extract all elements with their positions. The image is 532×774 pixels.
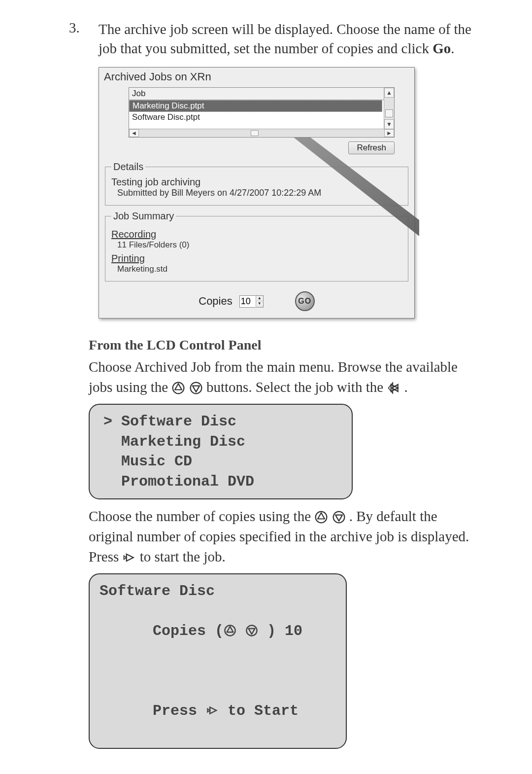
- recording-heading: Recording: [111, 229, 403, 240]
- spin-up-icon[interactable]: ▲: [256, 296, 263, 301]
- details-legend: Details: [111, 161, 145, 173]
- recording-line: 11 Files/Folders (0): [111, 240, 403, 250]
- lcd2-line-4: Press to Start: [100, 681, 336, 741]
- scroll-right-icon[interactable]: ►: [384, 129, 394, 137]
- lcd-subheading: From the LCD Control Panel: [89, 337, 473, 353]
- copies-label: Copies: [199, 295, 232, 308]
- scroll-down-icon[interactable]: ▼: [384, 119, 394, 129]
- lcd1-line-1: Marketing Disc: [103, 432, 340, 452]
- copies-row: Copies ▲ ▼ GO: [99, 286, 414, 318]
- up-arrow-icon: [171, 381, 185, 395]
- lcd2-line4-b: to Start: [219, 703, 299, 719]
- lcd1-line-3: Promotional DVD: [103, 472, 340, 492]
- scroll-up-icon[interactable]: ▲: [384, 88, 394, 98]
- scroll-left-icon[interactable]: ◄: [129, 129, 139, 137]
- lcd1-line-0: > Software Disc: [103, 412, 340, 432]
- svg-marker-2: [175, 384, 182, 389]
- svg-marker-15: [227, 627, 233, 632]
- lcd-display-1: > Software Disc Marketing Disc Music CD …: [89, 404, 353, 499]
- para1-c: .: [404, 379, 408, 395]
- down-arrow-icon: [189, 381, 203, 395]
- spin-down-icon[interactable]: ▼: [256, 301, 263, 307]
- svg-marker-4: [193, 386, 200, 392]
- summary-legend: Job Summary: [111, 211, 176, 222]
- lcd2-line-3: [100, 661, 336, 681]
- job-row[interactable]: Software Disc.ptpt: [129, 112, 394, 123]
- copies-input[interactable]: [240, 296, 256, 307]
- archived-jobs-window: Archived Jobs on XRn Job Marketing Disc.…: [99, 67, 415, 318]
- spinner-buttons[interactable]: ▲ ▼: [256, 296, 263, 307]
- lcd-paragraph-1: Choose Archived Job from the main menu. …: [89, 357, 473, 397]
- svg-marker-9: [318, 513, 325, 519]
- job-summary-group: Job Summary Recording 11 Files/Folders (…: [105, 211, 408, 281]
- printing-line: Marketing.std: [111, 264, 403, 274]
- job-row-selected[interactable]: Marketing Disc.ptpt: [129, 100, 382, 112]
- svg-marker-17: [249, 629, 255, 634]
- svg-marker-18: [210, 707, 216, 714]
- lcd2-line2-a: Copies (: [153, 623, 224, 639]
- lcd1-line-2: Music CD: [103, 452, 340, 472]
- right-arrow-icon: [122, 551, 136, 564]
- vertical-scrollbar[interactable]: ▲ ▼: [384, 88, 394, 129]
- para2-c: to start the job.: [140, 549, 226, 564]
- step-text-before: The archive job screen will be displayed…: [99, 21, 471, 56]
- printing-heading: Printing: [111, 253, 403, 264]
- step-text-bold: Go: [432, 40, 451, 56]
- hscroll-thumb[interactable]: [251, 130, 259, 136]
- lcd2-line-1: Software Disc: [100, 581, 336, 601]
- right-arrow-icon: [206, 704, 219, 717]
- para2-a: Choose the number of copies using the: [89, 508, 314, 524]
- job-rows: Marketing Disc.ptpt Software Disc.ptpt: [129, 100, 394, 129]
- down-arrow-icon: [245, 624, 258, 637]
- lcd2-line4-a: Press: [153, 703, 206, 719]
- lcd-display-2: Software Disc Copies ( ) 10 Press to Sta…: [89, 573, 347, 749]
- svg-marker-11: [335, 515, 342, 521]
- window-title: Archived Jobs on XRn: [99, 68, 414, 85]
- lcd-paragraph-2: Choose the number of copies using the . …: [89, 506, 473, 566]
- details-line2: Submitted by Bill Meyers on 4/27/2007 10…: [111, 188, 403, 198]
- scroll-thumb[interactable]: [385, 109, 393, 117]
- details-line1: Testing job archiving: [111, 176, 403, 188]
- lcd2-line2-b: ) 10: [258, 623, 302, 639]
- step-text-after: .: [451, 40, 454, 56]
- horizontal-scrollbar[interactable]: ◄ ►: [129, 129, 394, 137]
- go-button[interactable]: GO: [295, 291, 315, 311]
- step-body: The archive job screen will be displayed…: [99, 20, 473, 58]
- up-arrow-icon: [314, 510, 328, 524]
- copies-spinner[interactable]: ▲ ▼: [239, 295, 264, 308]
- down-arrow-icon: [332, 510, 346, 524]
- step-number: 3.: [59, 20, 99, 36]
- job-list-header: Job: [129, 88, 394, 100]
- lcd2-line-2: Copies ( ) 10: [100, 601, 336, 662]
- refresh-row: Refresh: [99, 140, 414, 158]
- svg-marker-12: [127, 554, 133, 561]
- details-group: Details Testing job archiving Submitted …: [105, 161, 408, 206]
- para1-b: buttons. Select the job with the: [206, 379, 387, 395]
- up-arrow-icon: [224, 624, 236, 637]
- job-list[interactable]: Job Marketing Disc.ptpt Software Disc.pt…: [129, 87, 395, 138]
- refresh-button[interactable]: Refresh: [348, 141, 395, 154]
- step-3: 3. The archive job screen will be displa…: [59, 20, 473, 58]
- right-arrow-icon: [387, 381, 400, 395]
